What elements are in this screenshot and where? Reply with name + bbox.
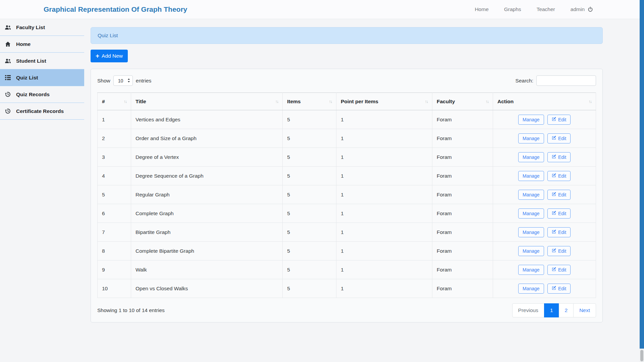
edit-button[interactable]: Edit bbox=[547, 133, 571, 143]
scrollbar-thumb-secondary[interactable] bbox=[640, 350, 643, 361]
scrollbar-thumb[interactable] bbox=[640, 0, 644, 349]
nav-user-menu[interactable]: admin bbox=[571, 6, 593, 12]
manage-button[interactable]: Manage bbox=[518, 152, 544, 162]
column-header[interactable]: Action ↑↓ bbox=[493, 93, 596, 110]
edit-button[interactable]: Edit bbox=[547, 208, 571, 219]
sort-icon: ↑↓ bbox=[425, 99, 428, 104]
list-icon bbox=[4, 75, 12, 80]
sort-icon: ↑↓ bbox=[124, 99, 127, 104]
nav-link[interactable]: Teacher bbox=[537, 6, 555, 12]
manage-label: Manage bbox=[523, 192, 540, 197]
entries-label: entries bbox=[136, 78, 152, 84]
sidebar: Faculty List Home Student List Quiz List… bbox=[0, 19, 84, 120]
table-row: 6 Complete Graph 5 1 Foram Manage bbox=[98, 204, 596, 223]
select-arrows-icon bbox=[127, 78, 130, 83]
sidebar-item[interactable]: Quiz Records bbox=[0, 86, 84, 103]
cell-title: Complete Bipartite Graph bbox=[131, 242, 283, 260]
edit-button[interactable]: Edit bbox=[547, 265, 571, 275]
manage-button[interactable]: Manage bbox=[518, 246, 544, 256]
add-new-button[interactable]: + Add New bbox=[91, 50, 128, 62]
quiz-table: # ↑↓ Title ↑↓ bbox=[97, 93, 596, 298]
plus-icon: + bbox=[96, 53, 99, 59]
navbar-links: Home Graphs Teacher admin bbox=[475, 6, 593, 12]
cell-action: Manage Edit bbox=[493, 242, 596, 260]
power-icon bbox=[588, 7, 593, 12]
table-row: 8 Complete Bipartite Graph 5 1 Foram Man… bbox=[98, 242, 596, 260]
column-header[interactable]: Point per Items ↑↓ bbox=[336, 93, 432, 110]
manage-button[interactable]: Manage bbox=[518, 115, 544, 125]
cell-items: 5 bbox=[283, 260, 336, 279]
column-header-label: Items bbox=[287, 99, 301, 105]
app-title[interactable]: Graphical Representation Of Graph Theory bbox=[44, 5, 187, 13]
edit-button[interactable]: Edit bbox=[547, 246, 571, 256]
cell-number: 6 bbox=[98, 204, 131, 223]
sidebar-item[interactable]: Faculty List bbox=[0, 19, 84, 36]
sidebar-item[interactable]: Home bbox=[0, 36, 84, 53]
cell-action: Manage Edit bbox=[493, 129, 596, 148]
edit-button[interactable]: Edit bbox=[547, 284, 571, 294]
cell-items: 5 bbox=[283, 185, 336, 204]
pagination: Previous 1 2 Next bbox=[512, 303, 596, 317]
sidebar-item[interactable]: Quiz List bbox=[0, 69, 84, 86]
sidebar-item[interactable]: Certificate Records bbox=[0, 103, 84, 120]
column-header[interactable]: Faculty ↑↓ bbox=[432, 93, 493, 110]
history-icon bbox=[4, 108, 12, 114]
cell-number: 3 bbox=[98, 148, 131, 167]
manage-label: Manage bbox=[523, 155, 540, 160]
edit-button[interactable]: Edit bbox=[547, 190, 571, 200]
column-header-label: # bbox=[102, 99, 105, 105]
edit-button[interactable]: Edit bbox=[547, 152, 571, 162]
manage-button[interactable]: Manage bbox=[518, 208, 544, 219]
edit-label: Edit bbox=[558, 155, 566, 160]
manage-button[interactable]: Manage bbox=[518, 227, 544, 237]
page-title: Quiz List bbox=[98, 33, 118, 39]
sidebar-item-label: Home bbox=[16, 41, 31, 47]
manage-button[interactable]: Manage bbox=[518, 284, 544, 294]
table-row: 2 Order and Size of a Graph 5 1 Foram Ma… bbox=[98, 129, 596, 148]
manage-button[interactable]: Manage bbox=[518, 190, 544, 200]
column-header[interactable]: # ↑↓ bbox=[98, 93, 131, 110]
cell-title: Degree of a Vertex bbox=[131, 148, 283, 167]
entries-select[interactable]: 10 bbox=[113, 75, 133, 86]
nav-link[interactable]: Home bbox=[475, 6, 488, 12]
table-row: 1 Vertices and Edges 5 1 Foram Manage bbox=[98, 110, 596, 129]
cell-number: 9 bbox=[98, 260, 131, 279]
edit-button[interactable]: Edit bbox=[547, 171, 571, 181]
edit-button[interactable]: Edit bbox=[547, 227, 571, 237]
edit-pencil-icon bbox=[552, 267, 556, 273]
page-length-control: Show 10 entries bbox=[97, 75, 151, 86]
search-input[interactable] bbox=[536, 75, 596, 86]
cell-faculty: Foram bbox=[432, 110, 493, 129]
cell-number: 5 bbox=[98, 185, 131, 204]
manage-button[interactable]: Manage bbox=[518, 171, 544, 181]
next-page-button[interactable]: Next bbox=[573, 303, 596, 317]
previous-page-button[interactable]: Previous bbox=[512, 303, 544, 317]
cell-points: 1 bbox=[336, 110, 432, 129]
cell-title: Walk bbox=[131, 260, 283, 279]
cell-points: 1 bbox=[336, 260, 432, 279]
edit-pencil-icon bbox=[552, 192, 556, 197]
page-number-button[interactable]: 2 bbox=[559, 303, 574, 317]
page-title-panel: Quiz List bbox=[91, 27, 603, 44]
scrollbar-track bbox=[640, 0, 644, 362]
nav-link[interactable]: Graphs bbox=[504, 6, 521, 12]
cell-items: 5 bbox=[283, 148, 336, 167]
manage-button[interactable]: Manage bbox=[518, 265, 544, 275]
cell-action: Manage Edit bbox=[493, 260, 596, 279]
cell-action: Manage Edit bbox=[493, 279, 596, 298]
page-number-button[interactable]: 1 bbox=[544, 303, 559, 317]
edit-button[interactable]: Edit bbox=[547, 115, 571, 125]
edit-pencil-icon bbox=[552, 230, 556, 235]
edit-pencil-icon bbox=[552, 248, 556, 254]
table-row: 10 Open vs Closed Walks 5 1 Foram Manage bbox=[98, 279, 596, 298]
column-header[interactable]: Title ↑↓ bbox=[131, 93, 283, 110]
cell-faculty: Foram bbox=[432, 204, 493, 223]
column-header[interactable]: Items ↑↓ bbox=[283, 93, 336, 110]
sidebar-item[interactable]: Student List bbox=[0, 53, 84, 69]
manage-button[interactable]: Manage bbox=[518, 133, 544, 143]
top-navbar: Graphical Representation Of Graph Theory… bbox=[0, 0, 644, 19]
edit-label: Edit bbox=[558, 136, 566, 141]
sidebar-item-label: Faculty List bbox=[16, 24, 45, 31]
edit-label: Edit bbox=[558, 248, 566, 254]
cell-points: 1 bbox=[336, 279, 432, 298]
